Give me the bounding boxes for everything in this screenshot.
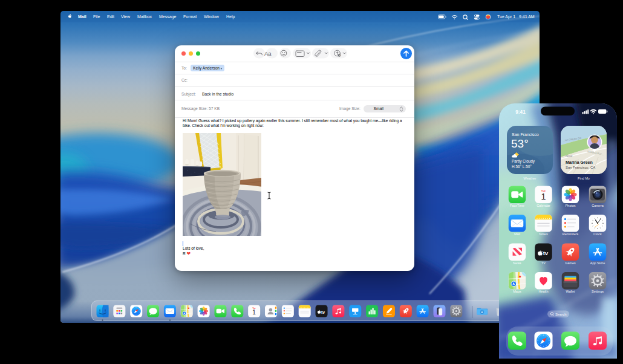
svg-text:9:41: 9:41: [515, 109, 526, 115]
svg-text:TV: TV: [541, 261, 546, 265]
svg-text:News: News: [513, 261, 521, 265]
svg-text:Calendar: Calendar: [537, 204, 550, 207]
svg-text:tv: tv: [321, 310, 324, 314]
svg-text:53°: 53°: [511, 137, 529, 150]
svg-text:App Store: App Store: [590, 261, 605, 265]
svg-text:Maps: Maps: [513, 290, 521, 293]
svg-text:Aa: Aa: [264, 50, 272, 57]
svg-text:Mail: Mail: [514, 232, 520, 236]
svg-text:Wallet: Wallet: [566, 290, 575, 293]
svg-text:Notes: Notes: [539, 232, 548, 236]
svg-text:1: 1: [252, 309, 256, 316]
svg-text:San Francisco, CA: San Francisco, CA: [566, 166, 595, 169]
svg-text:Camera: Camera: [592, 204, 604, 207]
svg-text:+: +: [339, 54, 341, 57]
svg-text:Photos: Photos: [565, 204, 575, 207]
svg-text:Search: Search: [555, 313, 566, 316]
svg-text:Marina Green: Marina Green: [566, 160, 593, 164]
svg-text:H:56° L:50°: H:56° L:50°: [512, 164, 532, 169]
svg-text:Partly Cloudy: Partly Cloudy: [512, 159, 535, 164]
svg-text:Now: Now: [566, 154, 573, 158]
svg-text:Reminders: Reminders: [563, 232, 579, 236]
svg-text:Find My: Find My: [578, 177, 590, 180]
svg-text:Games: Games: [565, 261, 576, 265]
svg-text:tv: tv: [543, 250, 549, 256]
svg-text:Clock: Clock: [593, 232, 602, 236]
svg-text:Settings: Settings: [592, 290, 604, 293]
svg-text:1: 1: [541, 192, 546, 201]
svg-text:Weather: Weather: [523, 177, 536, 180]
svg-text:FaceTime: FaceTime: [510, 204, 524, 207]
svg-text:Health: Health: [539, 290, 549, 293]
svg-text:San Francisco: San Francisco: [512, 132, 539, 137]
